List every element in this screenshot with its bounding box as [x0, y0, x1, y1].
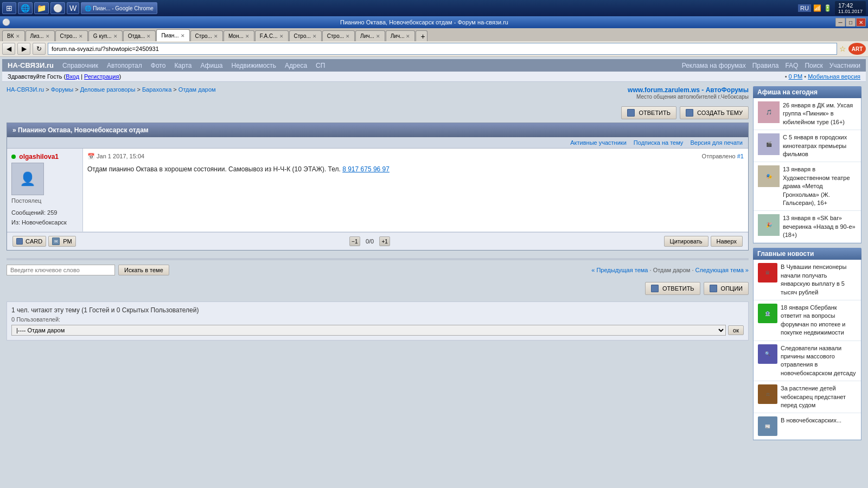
up-button[interactable]: Наверх [711, 236, 743, 247]
taskbar-icon-ie[interactable]: 🌐 [18, 2, 33, 14]
move-ok-button[interactable]: ок [728, 325, 744, 335]
bookmark-star[interactable]: ☆ [839, 44, 846, 53]
news-header: Главные новости [753, 248, 861, 260]
nav-autoportal[interactable]: Автопортал [107, 62, 142, 69]
nav-afisha[interactable]: Афиша [200, 62, 222, 69]
search-input[interactable] [7, 265, 115, 275]
advert-link[interactable]: www.forum.zarulem.ws - АвтоФорумы [628, 86, 749, 94]
active-users-link[interactable]: Активные участники [570, 139, 627, 146]
tab-str2[interactable]: Стро...✕ [190, 30, 223, 41]
maximize-button[interactable]: □ [846, 18, 856, 27]
lang-indicator: RU [798, 4, 811, 12]
news-text-2[interactable]: 18 января Сбербанк ответит на вопросы фо… [781, 304, 857, 337]
afisha-text-2[interactable]: С 5 января в городских кинотеатрах премь… [783, 133, 857, 158]
nav-users[interactable]: Участники [829, 62, 860, 69]
window-controls[interactable]: ─ □ ✕ [835, 18, 866, 27]
news-section: Главные новости 🏛 В Чувашии пенсионеры н… [753, 248, 861, 440]
nav-search[interactable]: Поиск [805, 62, 822, 69]
card-button[interactable]: CARD [12, 236, 46, 247]
chrome-menu-button[interactable]: ART [848, 43, 866, 55]
breadcrumb-home[interactable]: НА-СВЯЗИ.ru [7, 86, 44, 93]
prev-topic-link[interactable]: « Предыдущая тема [591, 267, 648, 273]
tab-liz[interactable]: Лиз...✕ [25, 30, 55, 41]
from-label: Из: [11, 219, 20, 226]
nav-rules[interactable]: Правила [752, 62, 779, 69]
news-text-5[interactable]: В новочебоксарских... [781, 416, 841, 425]
site-subbar: Здравствуйте Гость (Вход | Регистрация) … [2, 72, 866, 82]
quote-button[interactable]: Цитировать [664, 236, 709, 247]
messages-label: Сообщений: [11, 209, 46, 216]
taskbar-icon-folder[interactable]: 📁 [34, 2, 49, 14]
afisha-text-4[interactable]: 13 января в «SK bar» вечеринка «Назад в … [783, 214, 857, 239]
nav-photo[interactable]: Фото [151, 62, 166, 69]
login-link[interactable]: Вход [66, 73, 79, 80]
vote-plus-button[interactable]: +1 [379, 236, 390, 246]
minimize-button[interactable]: ─ [835, 18, 845, 27]
nav-spravochnik[interactable]: Справочник [62, 62, 98, 69]
news-text-4[interactable]: За растление детей чебоксарец предстанет… [781, 384, 857, 409]
pm-link[interactable]: 0 PM [789, 73, 803, 80]
subscribe-link[interactable]: Подписка на тему [634, 139, 684, 146]
address-input[interactable] [48, 43, 837, 55]
user-avatar: 👤 [11, 163, 44, 195]
afisha-item-3: 🎭 13 января в Художественном театре драм… [754, 162, 861, 211]
vote-minus-button[interactable]: −1 [349, 236, 360, 246]
options-button[interactable]: ОПЦИИ [704, 282, 749, 295]
register-link[interactable]: Регистрация [84, 73, 119, 80]
close-button[interactable]: ✕ [856, 18, 866, 27]
afisha-text-3[interactable]: 13 января в Художественном театре драма … [783, 165, 857, 207]
reply-bottom-button[interactable]: ОТВЕТИТЬ [645, 282, 700, 295]
tab-piano[interactable]: Пиан...✕ [156, 29, 189, 41]
tab-vk[interactable]: ВК✕ [2, 30, 25, 41]
tab-otd[interactable]: Отда...✕ [123, 30, 156, 41]
tab-new[interactable]: + [416, 30, 427, 41]
online-dot [11, 155, 16, 159]
nav-faq[interactable]: FAQ [785, 62, 798, 69]
nav-map[interactable]: Карта [174, 62, 192, 69]
tab-str4[interactable]: Стро...✕ [322, 30, 355, 41]
search-button[interactable]: Искать в теме [118, 265, 169, 275]
post-num-link[interactable]: #1 [737, 153, 744, 159]
breadcrumb-baraxolka[interactable]: Барахолка [142, 86, 171, 93]
breadcrumb: НА-СВЯЗИ.ru > Форумы > Деловые разговоры… [7, 86, 216, 93]
tab-mon[interactable]: Мон...✕ [224, 30, 254, 41]
taskbar-icon-word[interactable]: W [67, 2, 79, 14]
nav-addr[interactable]: Адреса [285, 62, 307, 69]
forum-move-select[interactable]: |---- Отдам даром [11, 325, 726, 336]
start-button[interactable]: ⊞ [2, 2, 16, 14]
news-text-1[interactable]: В Чувашии пенсионеры начали получать янв… [781, 263, 857, 297]
tab-g[interactable]: G куп...✕ [88, 30, 123, 41]
afisha-text-1[interactable]: 26 января в ДК им. Ухсая группа «Пикник»… [783, 101, 857, 126]
taskbar-right: RU 📶 🔋 17:42 11.01.2017 [798, 1, 866, 15]
taskbar-window-chrome[interactable]: 🌐 Пиан... - Google Chrome [81, 2, 157, 14]
afisha-thumb-2: 🎬 [758, 133, 780, 155]
breadcrumb-forums[interactable]: Форумы [51, 86, 73, 93]
reload-button[interactable]: ↻ [33, 43, 46, 55]
next-topic-link[interactable]: Следующая тема » [695, 267, 749, 273]
nav-nedv[interactable]: Недвижимость [232, 62, 277, 69]
reply-bottom-icon [651, 285, 659, 292]
phone-link[interactable]: 8 917 675 96 97 [342, 165, 390, 173]
pm-icon: ✉ [52, 237, 60, 245]
nav-reklama[interactable]: Реклама на форумах [682, 62, 746, 69]
tab-str1[interactable]: Стро...✕ [55, 30, 88, 41]
tab-lich1[interactable]: Лич...✕ [355, 30, 385, 41]
tab-lich2[interactable]: Лич...✕ [386, 30, 416, 41]
forward-button[interactable]: ▶ [17, 43, 30, 55]
tab-str3[interactable]: Стро...✕ [289, 30, 322, 41]
tab-faq[interactable]: F.A.C...✕ [255, 30, 289, 41]
afisha-thumb-1: 🎵 [758, 101, 780, 123]
back-button[interactable]: ◀ [2, 43, 15, 55]
mobile-link[interactable]: Мобильная версия [808, 73, 860, 80]
nav-sp[interactable]: СП [316, 62, 325, 69]
vote-controls: −1 0/0 +1 [349, 236, 390, 246]
reply-top-button[interactable]: ОТВЕТИТЬ [621, 106, 676, 119]
breadcrumb-delovye[interactable]: Деловые разговоры [80, 86, 136, 93]
username-anchor[interactable]: olgashilova1 [19, 153, 59, 160]
taskbar-icon-chrome[interactable]: ⚪ [50, 2, 65, 14]
news-text-3[interactable]: Следователи назвали причины массового от… [781, 344, 857, 378]
breadcrumb-otdam[interactable]: Отдам даром [178, 86, 216, 93]
create-topic-button[interactable]: СОЗДАТЬ ТЕМУ [680, 106, 749, 119]
pm-button[interactable]: ✉ PM [48, 236, 76, 247]
print-link[interactable]: Версия для печати [690, 139, 743, 146]
